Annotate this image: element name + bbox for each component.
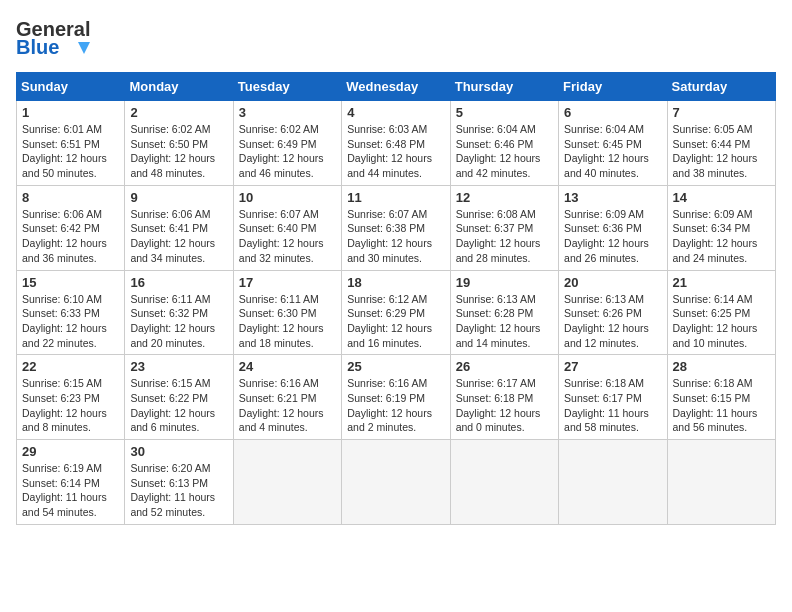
page-header: GeneralBlue — [16, 16, 776, 60]
day-info: Sunrise: 6:08 AM Sunset: 6:37 PM Dayligh… — [456, 207, 553, 266]
day-number: 17 — [239, 275, 336, 290]
day-number: 25 — [347, 359, 444, 374]
calendar-cell: 9Sunrise: 6:06 AM Sunset: 6:41 PM Daylig… — [125, 185, 233, 270]
day-info: Sunrise: 6:05 AM Sunset: 6:44 PM Dayligh… — [673, 122, 770, 181]
calendar-cell — [342, 440, 450, 525]
calendar-table: SundayMondayTuesdayWednesdayThursdayFrid… — [16, 72, 776, 525]
day-number: 20 — [564, 275, 661, 290]
calendar-cell: 23Sunrise: 6:15 AM Sunset: 6:22 PM Dayli… — [125, 355, 233, 440]
day-number: 9 — [130, 190, 227, 205]
day-info: Sunrise: 6:06 AM Sunset: 6:41 PM Dayligh… — [130, 207, 227, 266]
calendar-cell: 16Sunrise: 6:11 AM Sunset: 6:32 PM Dayli… — [125, 270, 233, 355]
day-info: Sunrise: 6:11 AM Sunset: 6:32 PM Dayligh… — [130, 292, 227, 351]
day-number: 6 — [564, 105, 661, 120]
day-number: 18 — [347, 275, 444, 290]
day-info: Sunrise: 6:15 AM Sunset: 6:23 PM Dayligh… — [22, 376, 119, 435]
calendar-cell: 27Sunrise: 6:18 AM Sunset: 6:17 PM Dayli… — [559, 355, 667, 440]
calendar-cell: 11Sunrise: 6:07 AM Sunset: 6:38 PM Dayli… — [342, 185, 450, 270]
calendar-cell: 14Sunrise: 6:09 AM Sunset: 6:34 PM Dayli… — [667, 185, 775, 270]
calendar-cell: 26Sunrise: 6:17 AM Sunset: 6:18 PM Dayli… — [450, 355, 558, 440]
day-info: Sunrise: 6:07 AM Sunset: 6:38 PM Dayligh… — [347, 207, 444, 266]
calendar-cell: 6Sunrise: 6:04 AM Sunset: 6:45 PM Daylig… — [559, 101, 667, 186]
day-number: 14 — [673, 190, 770, 205]
svg-marker-2 — [78, 42, 90, 54]
calendar-week-row: 8Sunrise: 6:06 AM Sunset: 6:42 PM Daylig… — [17, 185, 776, 270]
calendar-cell: 3Sunrise: 6:02 AM Sunset: 6:49 PM Daylig… — [233, 101, 341, 186]
day-number: 4 — [347, 105, 444, 120]
calendar-cell — [667, 440, 775, 525]
day-number: 11 — [347, 190, 444, 205]
day-number: 24 — [239, 359, 336, 374]
day-info: Sunrise: 6:12 AM Sunset: 6:29 PM Dayligh… — [347, 292, 444, 351]
calendar-cell: 1Sunrise: 6:01 AM Sunset: 6:51 PM Daylig… — [17, 101, 125, 186]
day-number: 3 — [239, 105, 336, 120]
calendar-cell: 20Sunrise: 6:13 AM Sunset: 6:26 PM Dayli… — [559, 270, 667, 355]
day-info: Sunrise: 6:16 AM Sunset: 6:19 PM Dayligh… — [347, 376, 444, 435]
day-number: 2 — [130, 105, 227, 120]
day-info: Sunrise: 6:20 AM Sunset: 6:13 PM Dayligh… — [130, 461, 227, 520]
day-number: 19 — [456, 275, 553, 290]
day-info: Sunrise: 6:07 AM Sunset: 6:40 PM Dayligh… — [239, 207, 336, 266]
day-number: 16 — [130, 275, 227, 290]
col-header-wednesday: Wednesday — [342, 73, 450, 101]
day-number: 5 — [456, 105, 553, 120]
day-number: 12 — [456, 190, 553, 205]
day-number: 22 — [22, 359, 119, 374]
day-info: Sunrise: 6:06 AM Sunset: 6:42 PM Dayligh… — [22, 207, 119, 266]
day-info: Sunrise: 6:02 AM Sunset: 6:49 PM Dayligh… — [239, 122, 336, 181]
day-info: Sunrise: 6:13 AM Sunset: 6:28 PM Dayligh… — [456, 292, 553, 351]
day-number: 30 — [130, 444, 227, 459]
calendar-cell: 30Sunrise: 6:20 AM Sunset: 6:13 PM Dayli… — [125, 440, 233, 525]
calendar-cell: 22Sunrise: 6:15 AM Sunset: 6:23 PM Dayli… — [17, 355, 125, 440]
col-header-saturday: Saturday — [667, 73, 775, 101]
calendar-cell: 13Sunrise: 6:09 AM Sunset: 6:36 PM Dayli… — [559, 185, 667, 270]
calendar-cell: 25Sunrise: 6:16 AM Sunset: 6:19 PM Dayli… — [342, 355, 450, 440]
calendar-cell — [559, 440, 667, 525]
col-header-monday: Monday — [125, 73, 233, 101]
day-number: 15 — [22, 275, 119, 290]
calendar-week-row: 15Sunrise: 6:10 AM Sunset: 6:33 PM Dayli… — [17, 270, 776, 355]
day-info: Sunrise: 6:19 AM Sunset: 6:14 PM Dayligh… — [22, 461, 119, 520]
day-info: Sunrise: 6:15 AM Sunset: 6:22 PM Dayligh… — [130, 376, 227, 435]
day-number: 28 — [673, 359, 770, 374]
calendar-cell — [233, 440, 341, 525]
calendar-cell: 4Sunrise: 6:03 AM Sunset: 6:48 PM Daylig… — [342, 101, 450, 186]
day-info: Sunrise: 6:18 AM Sunset: 6:17 PM Dayligh… — [564, 376, 661, 435]
day-number: 29 — [22, 444, 119, 459]
day-info: Sunrise: 6:10 AM Sunset: 6:33 PM Dayligh… — [22, 292, 119, 351]
day-info: Sunrise: 6:09 AM Sunset: 6:36 PM Dayligh… — [564, 207, 661, 266]
day-info: Sunrise: 6:04 AM Sunset: 6:45 PM Dayligh… — [564, 122, 661, 181]
day-info: Sunrise: 6:16 AM Sunset: 6:21 PM Dayligh… — [239, 376, 336, 435]
calendar-cell: 19Sunrise: 6:13 AM Sunset: 6:28 PM Dayli… — [450, 270, 558, 355]
calendar-cell: 10Sunrise: 6:07 AM Sunset: 6:40 PM Dayli… — [233, 185, 341, 270]
calendar-cell — [450, 440, 558, 525]
calendar-header-row: SundayMondayTuesdayWednesdayThursdayFrid… — [17, 73, 776, 101]
calendar-cell: 29Sunrise: 6:19 AM Sunset: 6:14 PM Dayli… — [17, 440, 125, 525]
day-number: 21 — [673, 275, 770, 290]
calendar-cell: 7Sunrise: 6:05 AM Sunset: 6:44 PM Daylig… — [667, 101, 775, 186]
day-number: 26 — [456, 359, 553, 374]
calendar-cell: 12Sunrise: 6:08 AM Sunset: 6:37 PM Dayli… — [450, 185, 558, 270]
calendar-cell: 15Sunrise: 6:10 AM Sunset: 6:33 PM Dayli… — [17, 270, 125, 355]
day-number: 10 — [239, 190, 336, 205]
calendar-cell: 17Sunrise: 6:11 AM Sunset: 6:30 PM Dayli… — [233, 270, 341, 355]
day-info: Sunrise: 6:02 AM Sunset: 6:50 PM Dayligh… — [130, 122, 227, 181]
col-header-sunday: Sunday — [17, 73, 125, 101]
day-info: Sunrise: 6:17 AM Sunset: 6:18 PM Dayligh… — [456, 376, 553, 435]
day-info: Sunrise: 6:09 AM Sunset: 6:34 PM Dayligh… — [673, 207, 770, 266]
calendar-week-row: 1Sunrise: 6:01 AM Sunset: 6:51 PM Daylig… — [17, 101, 776, 186]
logo-svg: GeneralBlue — [16, 16, 106, 60]
day-info: Sunrise: 6:13 AM Sunset: 6:26 PM Dayligh… — [564, 292, 661, 351]
day-info: Sunrise: 6:14 AM Sunset: 6:25 PM Dayligh… — [673, 292, 770, 351]
col-header-thursday: Thursday — [450, 73, 558, 101]
svg-text:Blue: Blue — [16, 36, 59, 58]
day-number: 13 — [564, 190, 661, 205]
calendar-cell: 8Sunrise: 6:06 AM Sunset: 6:42 PM Daylig… — [17, 185, 125, 270]
day-number: 1 — [22, 105, 119, 120]
day-number: 8 — [22, 190, 119, 205]
day-info: Sunrise: 6:03 AM Sunset: 6:48 PM Dayligh… — [347, 122, 444, 181]
calendar-cell: 24Sunrise: 6:16 AM Sunset: 6:21 PM Dayli… — [233, 355, 341, 440]
day-number: 7 — [673, 105, 770, 120]
day-info: Sunrise: 6:04 AM Sunset: 6:46 PM Dayligh… — [456, 122, 553, 181]
day-info: Sunrise: 6:11 AM Sunset: 6:30 PM Dayligh… — [239, 292, 336, 351]
